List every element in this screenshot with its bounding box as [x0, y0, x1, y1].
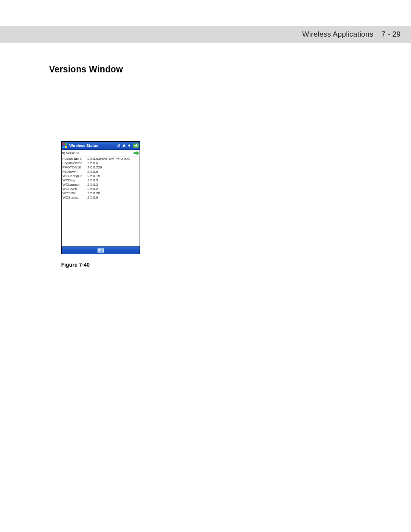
bottombar: [62, 246, 140, 254]
version-label: WCStatus:: [62, 196, 87, 200]
titlebar-label: Wireless Status: [69, 143, 116, 148]
titlebar: Wireless Status ok: [62, 142, 140, 150]
version-label: PublicAPI:: [62, 170, 87, 174]
version-row: Fusion Build:2.5.0.0.049R-WM-PHOTON: [62, 157, 139, 161]
version-label: WCDiag:: [62, 178, 87, 183]
version-label: PHOTON10: [62, 165, 87, 170]
version-label: WCConfigEd:: [62, 174, 87, 178]
version-label: WCSAPI:: [62, 187, 87, 191]
version-row: LoginService:2.5.0.6: [62, 161, 139, 165]
header-chapter: Wireless Applications: [302, 30, 374, 38]
version-row: WCSRV:2.5.0.28: [62, 191, 139, 196]
volume-icon: [128, 143, 132, 148]
figure-caption: Figure 7-40: [61, 262, 411, 268]
version-row: WCSAPI:2.5.0.2: [62, 187, 139, 191]
keyboard-icon[interactable]: [97, 248, 104, 253]
version-label: Fusion Build:: [62, 157, 87, 161]
version-row: PHOTON103.0.0.226: [62, 165, 139, 170]
version-value: 2.5.0.2: [87, 183, 98, 187]
ok-button[interactable]: ok: [133, 143, 139, 148]
content: Versions Window Wireless Status: [0, 43, 411, 268]
version-value: 2.5.0.0.049R-WM-PHOTON: [87, 157, 130, 161]
version-value: 2.5.0.6: [87, 161, 98, 165]
version-row: WCStatus:2.5.0.6: [62, 196, 139, 200]
version-label: LoginService:: [62, 161, 87, 165]
device-screenshot: Wireless Status ok 5) Versions: [61, 141, 140, 254]
subbar-label: 5) Versions: [62, 151, 79, 155]
subbar: 5) Versions: [62, 150, 140, 156]
signal-icon: [122, 143, 126, 148]
header-text: Wireless Applications 7 - 29: [302, 30, 401, 39]
version-value: 2.5.0.2: [87, 187, 98, 191]
version-row: WCConfigEd:2.5.0.15: [62, 174, 139, 178]
section-title: Versions Window: [49, 64, 382, 75]
version-label: WCSRV:: [62, 191, 87, 196]
connectivity-icon: [116, 143, 121, 148]
version-value: 2.5.0.3: [87, 178, 98, 183]
version-value: 2.5.0.15: [87, 174, 100, 178]
versions-list: Fusion Build:2.5.0.0.049R-WM-PHOTON Logi…: [62, 156, 140, 246]
version-value: 3.0.0.226: [87, 165, 102, 170]
version-row: PublicAPI:2.5.0.6: [62, 170, 139, 174]
version-value: 2.5.0.6: [87, 170, 98, 174]
version-value: 2.5.0.6: [87, 196, 98, 200]
version-label: WCLaunch:: [62, 183, 87, 187]
page-header: Wireless Applications 7 - 29: [0, 26, 411, 43]
titlebar-status-icons: ok: [116, 143, 139, 148]
back-arrow-icon[interactable]: [134, 151, 139, 156]
version-value: 2.5.0.28: [87, 191, 100, 196]
page: Wireless Applications 7 - 29 Versions Wi…: [0, 0, 411, 532]
start-icon[interactable]: [62, 143, 68, 148]
top-margin: [0, 0, 411, 26]
version-row: WCDiag:2.5.0.3: [62, 178, 139, 183]
version-row: WCLaunch:2.5.0.2: [62, 183, 139, 187]
header-page-number: 7 - 29: [381, 30, 401, 38]
